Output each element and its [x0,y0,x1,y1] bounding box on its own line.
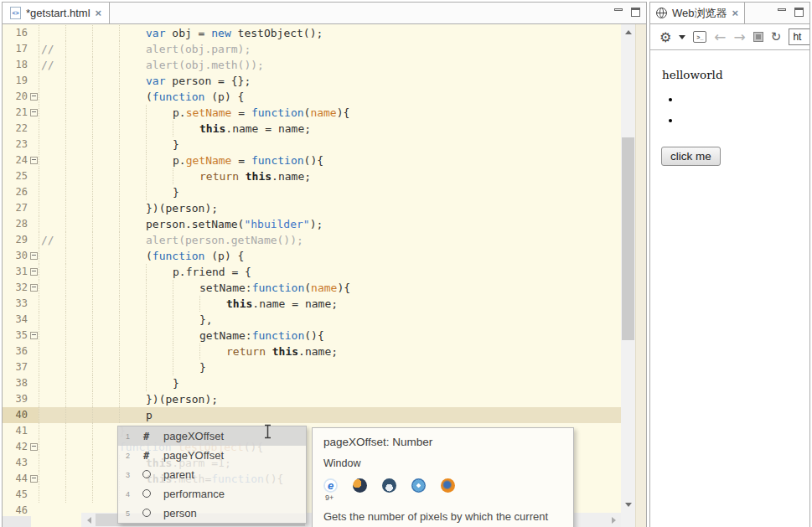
code-line-35[interactable]: 35getName:function(){ [3,328,621,344]
indent-guide [92,423,93,439]
code-cell[interactable]: p.getName = function(){ [39,152,621,168]
code-line-21[interactable]: 21p.setName = function(name){ [3,105,621,121]
code-cell[interactable]: } [39,137,621,152]
indent-guide [65,168,66,184]
maximize-icon[interactable] [631,8,640,17]
indent-guide [92,375,93,391]
code-line-30[interactable]: 30(function (p) { [3,248,621,264]
minimize-icon[interactable] [614,8,623,16]
code-line-17[interactable]: 17//alert(obj.parm); [3,41,621,57]
code-line-32[interactable]: 32setName:function(name){ [3,280,621,296]
vertical-scroll-thumb[interactable] [622,137,634,340]
refresh-icon[interactable]: ↻ [771,29,782,44]
indent-guide [119,25,120,41]
code-line-29[interactable]: 29//alert(person.getName()); [3,232,621,248]
code-cell[interactable]: } [39,375,621,391]
fold-collapse-icon[interactable] [30,284,38,292]
indent-guide [146,184,147,200]
line-number: 28 [3,216,28,232]
code-cell[interactable]: })(person); [39,200,621,216]
scroll-left-icon[interactable] [82,513,96,527]
code-line-39[interactable]: 39})(person); [3,391,621,407]
code-cell[interactable]: (function (p) { [39,248,621,264]
code-line-24[interactable]: 24p.getName = function(){ [3,152,621,168]
back-icon[interactable]: ← [714,31,726,43]
close-icon[interactable]: × [732,8,739,18]
scroll-down-icon[interactable] [621,499,635,511]
code-line-20[interactable]: 20(function (p) { [3,89,621,105]
code-line-31[interactable]: 31p.friend = { [3,264,621,280]
code-cell[interactable]: p.setName = function(name){ [39,105,621,121]
code-cell[interactable]: person.setName("hbuilder"); [39,216,621,232]
code-line-19[interactable]: 19var person = {}; [3,73,621,89]
scroll-right-icon[interactable] [607,513,620,527]
code-cell[interactable]: this.name = name; [39,121,621,137]
property-hash-icon: # [139,449,153,462]
indent-guide [92,184,93,200]
code-line-40[interactable]: 40p [3,407,621,423]
fold-collapse-icon[interactable] [30,109,38,116]
maximize-icon[interactable] [794,8,804,17]
indent-guide [173,312,173,328]
code-line-27[interactable]: 27})(person); [3,200,621,216]
fold-collapse-icon[interactable] [30,252,38,260]
fold-collapse-icon[interactable] [30,268,38,276]
code-line-25[interactable]: 25return this.name; [3,168,621,184]
code-cell[interactable]: //alert(person.getName()); [39,232,621,248]
url-field[interactable]: ht [789,28,809,45]
code-cell[interactable]: var obj = new testObject(); [39,25,621,41]
tab-web-browser[interactable]: Web浏览器 × [650,3,745,23]
code-cell[interactable]: }, [39,312,621,328]
gear-dropdown-icon[interactable] [679,35,685,39]
assist-item-person[interactable]: 5person [118,504,306,523]
code-cell[interactable]: //alert(obj.parm); [39,41,621,57]
code-line-34[interactable]: 34}, [3,312,621,328]
indent-guide [65,455,66,471]
code-line-23[interactable]: 23} [3,137,621,152]
assist-item-pageYOffset[interactable]: 2#pageYOffset [118,446,306,465]
code-line-28[interactable]: 28person.setName("hbuilder"); [3,216,621,232]
code-cell[interactable]: return this.name; [39,344,621,359]
fold-collapse-icon[interactable] [30,93,38,101]
code-line-36[interactable]: 36return this.name; [3,344,621,359]
vertical-scrollbar[interactable] [621,24,635,527]
indent-guide [92,168,93,184]
code-cell[interactable]: } [39,359,621,375]
assist-item-performance[interactable]: 4performance [118,484,306,504]
code-cell[interactable]: var person = {}; [39,73,621,89]
code-cell[interactable]: getName:function(){ [39,328,621,344]
code-cell[interactable]: (function (p) { [39,89,621,105]
close-icon[interactable]: × [96,8,102,18]
code-line-26[interactable]: 26} [3,184,621,200]
code-line-22[interactable]: 22this.name = name; [3,121,621,137]
assist-item-parent[interactable]: 3parent [118,465,306,484]
forward-icon[interactable]: → [734,31,746,43]
code-cell[interactable]: return this.name; [39,168,621,184]
code-line-33[interactable]: 33this.name = name; [3,296,621,312]
code-cell[interactable]: setName:function(name){ [39,280,621,296]
code-line-37[interactable]: 37} [3,359,621,375]
click-me-button[interactable]: click me [661,147,721,166]
assist-item-pageXOffset[interactable]: 1#pageXOffset [118,426,306,446]
stop-icon[interactable] [753,32,763,42]
scroll-up-icon[interactable] [621,26,635,39]
code-cell[interactable]: })(person); [39,391,621,407]
fold-collapse-icon[interactable] [30,332,38,339]
code-cell[interactable]: //alert(obj.meth()); [39,57,621,73]
code-cell[interactable]: p.friend = { [39,264,621,280]
code-line-38[interactable]: 38} [3,375,621,391]
fold-collapse-icon[interactable] [30,475,38,483]
code-line-16[interactable]: 16var obj = new testObject(); [3,25,621,41]
settings-gear-icon[interactable]: ⚙ [659,29,671,45]
line-number: 43 [3,455,28,471]
fold-collapse-icon[interactable] [30,157,38,164]
code-cell[interactable]: this.name = name; [39,296,621,312]
minimize-icon[interactable] [778,8,786,16]
code-line-18[interactable]: 18//alert(obj.meth()); [3,57,621,73]
console-icon[interactable]: >_ [693,31,706,43]
code-cell[interactable]: p [39,407,621,423]
tab-getstart-html[interactable]: <> *getstart.html × [3,3,110,23]
code-cell[interactable]: } [39,184,621,200]
fold-collapse-icon[interactable] [30,443,38,451]
indent-guide [92,407,93,423]
